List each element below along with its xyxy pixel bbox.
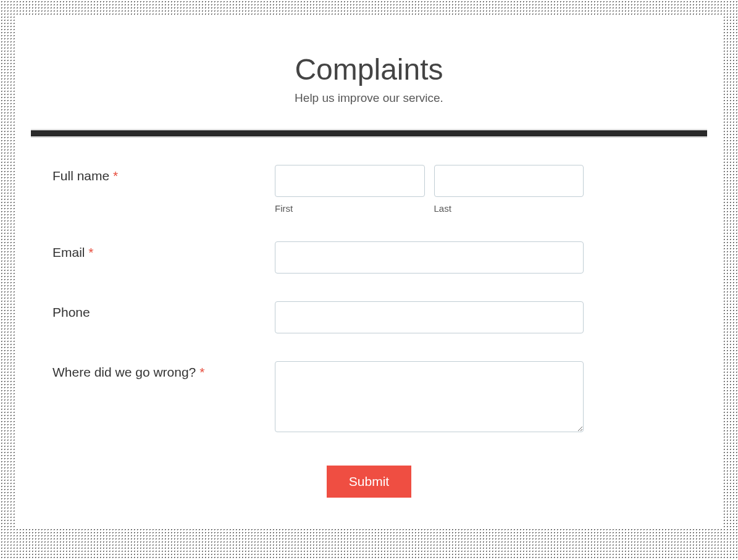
last-name-sublabel: Last: [434, 203, 584, 214]
email-row: Email *: [52, 241, 686, 274]
complaint-form-card: Complaints Help us improve our service. …: [15, 15, 723, 529]
header-divider: [31, 130, 707, 137]
form-title: Complaints: [31, 52, 707, 86]
required-asterisk: *: [199, 365, 204, 379]
name-inputs-group: First Last: [275, 165, 584, 214]
full-name-label-col: Full name *: [52, 165, 275, 183]
complaint-input-col: [275, 361, 584, 435]
required-asterisk: *: [113, 169, 118, 183]
submit-row: Submit: [52, 466, 686, 498]
form-subtitle: Help us improve our service.: [31, 91, 707, 105]
phone-label-col: Phone: [52, 301, 275, 320]
phone-row: Phone: [52, 301, 686, 333]
complaint-label: Where did we go wrong? *: [52, 365, 204, 379]
full-name-label: Full name *: [52, 169, 118, 183]
complaint-row: Where did we go wrong? *: [52, 361, 686, 435]
email-label-col: Email *: [52, 241, 275, 260]
email-input-col: [275, 241, 584, 274]
form-body: Full name * First Last Email *: [31, 165, 707, 498]
complaint-textarea[interactable]: [275, 361, 584, 432]
form-header: Complaints Help us improve our service.: [31, 52, 707, 105]
submit-button[interactable]: Submit: [327, 466, 411, 498]
phone-input[interactable]: [275, 301, 584, 333]
phone-label: Phone: [52, 305, 90, 319]
first-name-input[interactable]: [275, 165, 425, 197]
required-asterisk: *: [88, 245, 93, 259]
last-name-input[interactable]: [434, 165, 584, 197]
full-name-input-col: First Last: [275, 165, 584, 214]
last-name-group: Last: [434, 165, 584, 214]
email-input[interactable]: [275, 241, 584, 274]
first-name-sublabel: First: [275, 203, 425, 214]
full-name-row: Full name * First Last: [52, 165, 686, 214]
first-name-group: First: [275, 165, 425, 214]
phone-input-col: [275, 301, 584, 333]
email-label: Email *: [52, 245, 94, 259]
complaint-label-col: Where did we go wrong? *: [52, 361, 275, 380]
